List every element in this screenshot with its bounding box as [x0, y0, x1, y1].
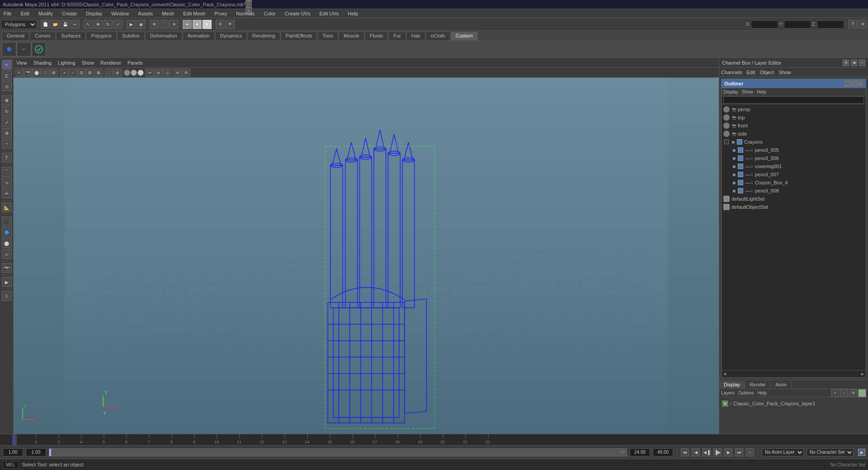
- light3-button[interactable]: ●: [203, 20, 212, 29]
- plane-button[interactable]: ▱: [2, 249, 12, 259]
- eye-icon-persp[interactable]: [723, 106, 730, 113]
- set-icon-defaultlightset[interactable]: [723, 196, 730, 202]
- ch-menu-edit[interactable]: Edit: [746, 70, 755, 75]
- layer-menu-layers[interactable]: Layers: [721, 390, 735, 395]
- vp-menu-show[interactable]: Show: [82, 60, 94, 66]
- channel-box-settings-btn[interactable]: ⚙: [843, 60, 849, 66]
- menu-edit-uvs[interactable]: Edit UVs: [317, 10, 340, 17]
- eye-icon-front[interactable]: [723, 122, 730, 129]
- eye-icon-side[interactable]: [723, 131, 730, 137]
- vp-key-btn[interactable]: ◇: [163, 69, 171, 77]
- shelf-tab-polygons[interactable]: Polygons: [86, 32, 116, 40]
- vp-light1-btn[interactable]: [124, 70, 130, 76]
- menu-normals[interactable]: Normals: [234, 10, 256, 17]
- go-end-button[interactable]: ⏭: [735, 448, 743, 456]
- outliner-minimize-btn[interactable]: _: [845, 81, 850, 86]
- menu-create-uvs[interactable]: Create UVs: [283, 10, 312, 17]
- lasso-select-button[interactable]: ⊏: [2, 70, 12, 80]
- vp-layout3-btn[interactable]: ⊟: [77, 69, 85, 77]
- menu-edit[interactable]: Edit: [19, 10, 31, 17]
- question-button[interactable]: ?: [848, 20, 857, 29]
- cylinder-button[interactable]: 🔷: [2, 227, 12, 237]
- tree-item-pencil007[interactable]: ▣ —○ pencil_007: [722, 170, 866, 179]
- vp-wire-btn[interactable]: ⊞: [50, 69, 58, 77]
- menu-mesh[interactable]: Mesh: [160, 10, 176, 17]
- vp-obj-mode-btn[interactable]: ⬤: [33, 69, 41, 77]
- menu-edit-mesh[interactable]: Edit Mesh: [181, 10, 207, 17]
- script-mode-display[interactable]: MEL: [3, 461, 19, 469]
- shelf-tab-hair[interactable]: Hair: [406, 32, 425, 40]
- tree-item-crayons[interactable]: − ▣ Crayons: [722, 138, 866, 146]
- record-button[interactable]: ●: [746, 448, 754, 456]
- walk-tool-button[interactable]: 🚶: [2, 291, 12, 301]
- go-start-button[interactable]: ⏮: [681, 448, 689, 456]
- shelf-tab-surfaces[interactable]: Surfaces: [56, 32, 85, 40]
- set-icon-defaultobjectset[interactable]: [723, 204, 730, 210]
- ep-curve-button[interactable]: ∿: [2, 178, 12, 188]
- scale-tool-button[interactable]: ⤢: [113, 20, 123, 29]
- render-button[interactable]: ▶: [127, 20, 136, 29]
- vp-snap-btn[interactable]: ⊕: [113, 69, 122, 77]
- light2-button[interactable]: ●: [193, 20, 202, 29]
- menu-window[interactable]: Window: [109, 10, 131, 17]
- shelf-tab-fur[interactable]: Fur: [388, 32, 406, 40]
- timeline-scrub[interactable]: 24: [49, 448, 627, 456]
- shelf-tab-deformation[interactable]: Deformation: [145, 32, 182, 40]
- scale-button[interactable]: ⤢: [2, 117, 12, 127]
- outliner-maximize-btn[interactable]: □: [851, 81, 857, 86]
- shelf-icon-checkmarks[interactable]: [32, 42, 46, 56]
- prev-key-button[interactable]: ◀▐: [703, 448, 711, 456]
- prev-frame-button[interactable]: ◀: [692, 448, 700, 456]
- soft-mod-button[interactable]: ~: [2, 139, 12, 149]
- ol-menu-show[interactable]: Show: [742, 89, 753, 94]
- layer-row-1[interactable]: V / Classic_Color_Pack_Crayons_layer1: [721, 399, 866, 408]
- current-frame-input[interactable]: [26, 448, 46, 456]
- move-button[interactable]: ✥: [2, 95, 12, 105]
- show-manip-button[interactable]: T: [2, 153, 12, 163]
- layer-settings-btn[interactable]: ⚙: [849, 389, 857, 397]
- pencil-curve-button[interactable]: ✏: [2, 188, 12, 198]
- vp-menu-renderer[interactable]: Renderer: [100, 60, 121, 66]
- tree-item-covering001[interactable]: ▣ —○ covering001: [722, 162, 866, 170]
- vp-menu-view[interactable]: View: [16, 60, 27, 66]
- rotate-button[interactable]: ↻: [2, 106, 12, 116]
- outliner-search-input[interactable]: [723, 96, 864, 103]
- start-frame-input[interactable]: [3, 448, 23, 456]
- menu-file[interactable]: File: [2, 10, 14, 17]
- shelf-tab-ncloth[interactable]: nCloth: [426, 32, 450, 40]
- new-scene-button[interactable]: 📄: [41, 20, 50, 29]
- light1-button[interactable]: ●: [183, 20, 192, 29]
- vp-shading-btn[interactable]: □: [41, 69, 49, 77]
- tree-item-pencil005[interactable]: ▣ —○ pencil_005: [722, 146, 866, 154]
- vp-rewind-btn[interactable]: ↩: [146, 69, 154, 77]
- ch-menu-show[interactable]: Show: [778, 70, 791, 75]
- shelf-tab-custom[interactable]: Custom: [451, 32, 478, 40]
- shelf-icon-2[interactable]: ✓: [17, 42, 31, 56]
- ch-menu-channels[interactable]: Channels: [721, 70, 742, 75]
- viewport[interactable]: View Shading Lighting Show Renderer Pane…: [14, 58, 719, 434]
- channel-box-expand-btn[interactable]: ◀: [851, 60, 857, 66]
- channel-box-close-btn[interactable]: ×: [859, 60, 865, 66]
- tree-item-defaultlightset[interactable]: defaultLightSet: [722, 195, 866, 203]
- vp-camera-btn[interactable]: 📷: [24, 69, 32, 77]
- display-settings-button[interactable]: ⚙: [216, 20, 225, 29]
- shelf-tab-rendering[interactable]: Rendering: [247, 32, 280, 40]
- shelf-tab-muscle[interactable]: Muscle: [339, 32, 364, 40]
- vp-layout1-btn[interactable]: ▪: [60, 69, 68, 77]
- layer-menu-options[interactable]: Options: [738, 390, 754, 395]
- undo-button[interactable]: ↩: [71, 20, 80, 29]
- ch-menu-object[interactable]: Object: [760, 70, 774, 75]
- layer-visible[interactable]: V: [722, 400, 728, 407]
- select-button[interactable]: ↖: [2, 60, 12, 70]
- sphere-button[interactable]: ⬤: [2, 238, 12, 248]
- paint-select-button[interactable]: ⊙: [2, 81, 12, 91]
- timeline-start-input[interactable]: [630, 448, 650, 456]
- layer-tab-render[interactable]: Render: [745, 381, 771, 388]
- tree-item-persp[interactable]: 📷 persp: [722, 105, 866, 113]
- vp-menu-lighting[interactable]: Lighting: [58, 60, 75, 66]
- vp-light2-btn[interactable]: [131, 70, 137, 76]
- measure-button[interactable]: 📐: [2, 202, 12, 212]
- menu-help[interactable]: Help: [346, 10, 360, 17]
- tree-item-pencil006[interactable]: ▣ —○ pencil_006: [722, 154, 866, 162]
- shelf-tab-general[interactable]: General: [2, 32, 29, 40]
